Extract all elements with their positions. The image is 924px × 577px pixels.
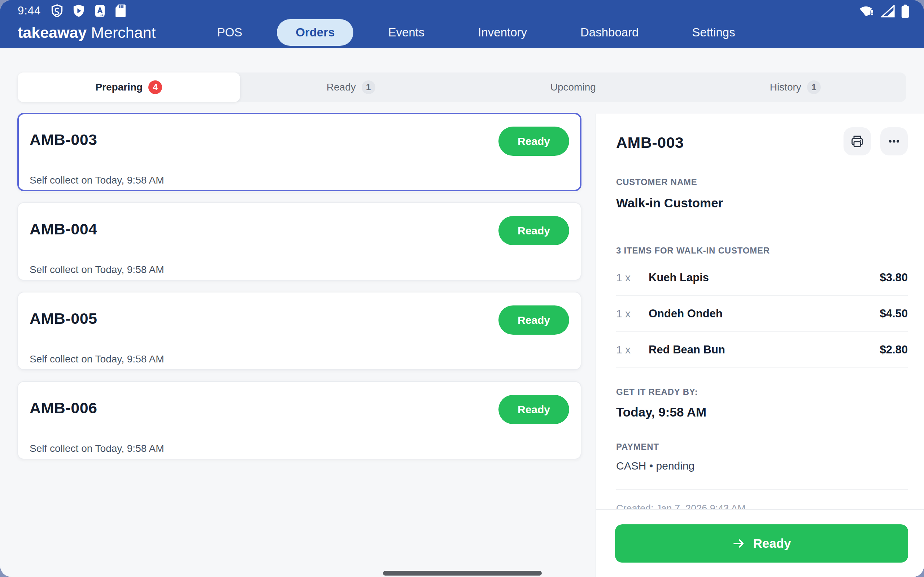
- battery-icon: [901, 4, 909, 18]
- customer-name-value: Walk-in Customer: [616, 196, 908, 210]
- nav-item-pos[interactable]: POS: [198, 19, 261, 46]
- payment-label: PAYMENT: [616, 442, 908, 452]
- app-screen: 9:44: [0, 0, 924, 577]
- tab-preparing-label: Preparing: [95, 82, 142, 93]
- detail-divider: [616, 489, 908, 490]
- item-price: $2.80: [880, 343, 908, 356]
- nav-item-orders[interactable]: Orders: [277, 19, 353, 46]
- payment-value: CASH • pending: [616, 460, 908, 472]
- brand-regular: Merchant: [91, 24, 155, 41]
- order-card-amb-006[interactable]: AMB-006 Ready Self collect on Today, 9:5…: [17, 381, 582, 459]
- item-name: Ondeh Ondeh: [649, 307, 723, 320]
- brand-title: takeaway Merchant: [18, 24, 155, 42]
- status-right-icons: [859, 4, 909, 18]
- item-name: Red Bean Bun: [649, 343, 725, 356]
- brand-bold: takeaway: [18, 24, 87, 41]
- item-quantity: 1 x: [616, 344, 649, 356]
- detail-order-id: AMB-003: [616, 134, 684, 152]
- order-detail-panel: AMB-003 CUSTOMER NAME Walk-in Custom: [596, 114, 924, 577]
- play-protect-icon: [73, 4, 85, 18]
- status-left-icons: [51, 4, 126, 18]
- gesture-navigation-bar[interactable]: [383, 571, 542, 575]
- customer-name-label: CUSTOMER NAME: [616, 177, 908, 187]
- printer-icon: [850, 134, 865, 149]
- order-id: AMB-005: [30, 310, 97, 327]
- arrow-right-icon: [732, 537, 746, 550]
- nav-item-inventory[interactable]: Inventory: [459, 19, 546, 46]
- order-card-amb-003[interactable]: AMB-003 Ready Self collect on Today, 9:5…: [17, 113, 582, 191]
- order-subtitle: Self collect on Today, 9:58 AM: [30, 174, 569, 186]
- sd-card-icon: [115, 4, 126, 18]
- order-ready-button[interactable]: Ready: [498, 216, 569, 245]
- item-row: 1 x Kueh Lapis $3.80: [616, 260, 908, 296]
- order-subtitle: Self collect on Today, 9:58 AM: [30, 353, 569, 365]
- tab-ready-badge: 1: [362, 81, 375, 94]
- item-price: $4.50: [880, 307, 908, 320]
- nav-item-events[interactable]: Events: [369, 19, 443, 46]
- mark-ready-button[interactable]: Ready: [615, 524, 908, 562]
- top-nav: POS Orders Events Inventory Dashboard Se…: [198, 19, 754, 46]
- tab-upcoming-label: Upcoming: [551, 82, 596, 93]
- tab-upcoming[interactable]: Upcoming: [462, 73, 684, 102]
- order-id: AMB-006: [30, 399, 97, 417]
- item-quantity: 1 x: [616, 308, 649, 320]
- more-options-button[interactable]: [880, 127, 908, 155]
- print-button[interactable]: [843, 127, 871, 155]
- order-list: AMB-003 Ready Self collect on Today, 9:5…: [17, 113, 582, 459]
- status-time: 9:44: [18, 4, 41, 17]
- items-table: 1 x Kueh Lapis $3.80 1 x Ondeh Ondeh $4.…: [616, 260, 908, 368]
- more-horizontal-icon: [887, 134, 901, 149]
- order-card-amb-004[interactable]: AMB-004 Ready Self collect on Today, 9:5…: [17, 202, 582, 280]
- order-subtitle: Self collect on Today, 9:58 AM: [30, 264, 569, 276]
- detail-action-bar: Ready: [596, 509, 924, 577]
- item-quantity: 1 x: [616, 272, 649, 284]
- wifi-warning-icon: [859, 5, 875, 18]
- tab-history[interactable]: History 1: [684, 73, 907, 102]
- ready-by-label: GET IT READY BY:: [616, 387, 908, 397]
- tab-preparing[interactable]: Preparing 4: [18, 73, 240, 102]
- letter-a-app-icon: [94, 4, 106, 17]
- order-id: AMB-003: [30, 131, 97, 148]
- nav-item-dashboard[interactable]: Dashboard: [562, 19, 657, 46]
- tab-ready-label: Ready: [327, 82, 356, 93]
- item-price: $3.80: [880, 271, 908, 284]
- order-ready-button[interactable]: Ready: [498, 395, 569, 424]
- shield-outline-icon: [51, 4, 63, 18]
- nav-row: takeaway Merchant POS Orders Events Inve…: [0, 16, 924, 48]
- nav-item-settings[interactable]: Settings: [673, 19, 754, 46]
- tab-ready[interactable]: Ready 1: [240, 73, 462, 102]
- cell-signal-icon: [881, 5, 895, 18]
- tab-history-badge: 1: [807, 81, 821, 94]
- tab-preparing-badge: 4: [149, 81, 162, 94]
- tab-history-label: History: [770, 82, 801, 93]
- items-section-label: 3 ITEMS FOR WALK-IN CUSTOMER: [616, 246, 908, 256]
- order-detail-content: AMB-003 CUSTOMER NAME Walk-in Custom: [596, 114, 924, 529]
- order-ready-button[interactable]: Ready: [498, 127, 569, 156]
- mark-ready-label: Ready: [753, 536, 791, 551]
- order-status-tabbar: Preparing 4 Ready 1 Upcoming History 1: [18, 73, 906, 102]
- order-id: AMB-004: [30, 220, 97, 238]
- order-card-amb-005[interactable]: AMB-005 Ready Self collect on Today, 9:5…: [17, 292, 582, 370]
- order-subtitle: Self collect on Today, 9:58 AM: [30, 443, 569, 455]
- app-bar: 9:44: [0, 0, 924, 48]
- item-row: 1 x Red Bean Bun $2.80: [616, 332, 908, 368]
- item-row: 1 x Ondeh Ondeh $4.50: [616, 296, 908, 332]
- order-ready-button[interactable]: Ready: [498, 305, 569, 335]
- ready-by-value: Today, 9:58 AM: [616, 405, 908, 419]
- item-name: Kueh Lapis: [649, 271, 709, 284]
